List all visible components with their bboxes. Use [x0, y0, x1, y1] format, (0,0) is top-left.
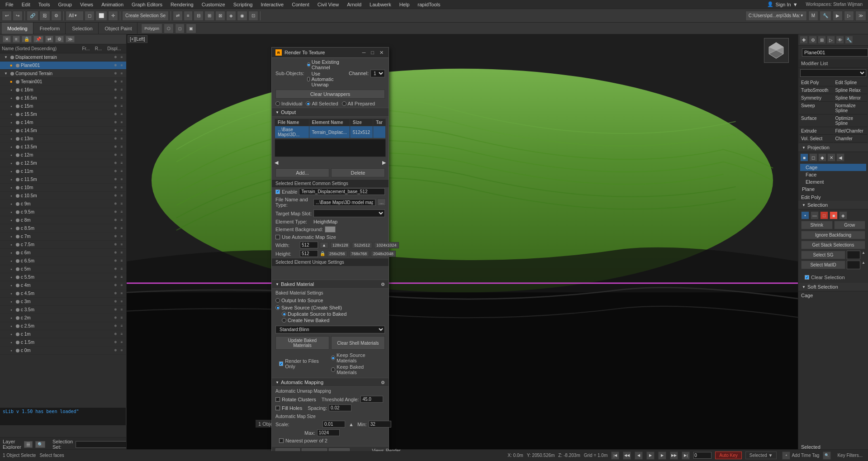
layer-action-icon[interactable]: ❄	[113, 250, 118, 256]
snap3-btn[interactable]: ◈	[226, 11, 236, 21]
layer-action-icon[interactable]: ≡	[119, 291, 124, 296]
layer-item[interactable]: ●c 2m❄≡	[0, 314, 126, 322]
layer-action-icon[interactable]: ≡	[119, 177, 124, 182]
layer-item[interactable]: ●c 15m❄≡	[0, 102, 126, 110]
shrink-btn[interactable]: Shrink	[801, 221, 833, 229]
layer-action-icon[interactable]: ≡	[119, 315, 124, 321]
w-preset-2[interactable]: 512x512	[352, 242, 372, 248]
snap-btn[interactable]: ⊞	[204, 11, 214, 21]
layer-item[interactable]: ●c 9m❄≡	[0, 200, 126, 208]
width-input[interactable]	[300, 242, 318, 248]
layer-visibility-icon[interactable]	[14, 339, 21, 346]
max-input[interactable]	[317, 429, 340, 436]
save-source-radio[interactable]: Save Source (Create Shell)	[275, 305, 342, 310]
layer-item[interactable]: ●c 3m❄≡	[0, 298, 126, 306]
rotate-clusters-check[interactable]: ✓	[275, 397, 280, 402]
soft-selection-header[interactable]: ▼ Soft Selection	[798, 283, 868, 291]
update-baked-btn[interactable]: Update Baked Materials	[275, 336, 329, 350]
unlink-btn[interactable]: ⛓	[39, 11, 50, 21]
layer-action-icon[interactable]: ≡	[119, 201, 124, 207]
use-existing-channel-radio[interactable]: Use Existing Channel	[307, 59, 342, 70]
menu-group[interactable]: Group	[54, 1, 76, 8]
layer-action-icon[interactable]: ❄	[113, 161, 118, 166]
delete-btn[interactable]: Delete	[331, 168, 385, 177]
layer-action-icon[interactable]: ❄	[113, 136, 118, 142]
layer-item[interactable]: ■Plane001❄≡	[0, 62, 126, 70]
keep-source-radio[interactable]: Keep Source Materials	[331, 352, 381, 363]
rp-icon-hierarchy[interactable]: ⊞	[818, 36, 826, 44]
close-btn[interactable]: Close	[329, 448, 350, 451]
rp-icon-display[interactable]: 👁	[836, 36, 844, 44]
baked-material-header[interactable]: ▼ Baked Material ⚙	[272, 280, 389, 289]
panel-expand-btn[interactable]: ⇄	[45, 36, 53, 43]
render-setup-btn[interactable]: 🔧	[820, 11, 831, 21]
layer-visibility-icon[interactable]	[14, 152, 21, 158]
modifier-item[interactable]: Edit Spline	[834, 79, 868, 86]
link-btn[interactable]: 🔗	[27, 11, 38, 21]
tl-first-btn[interactable]: |◀	[611, 451, 619, 460]
layer-action-icon[interactable]: ❄	[113, 201, 118, 207]
layer-visibility-icon[interactable]	[9, 71, 15, 77]
layer-action-icon[interactable]: ≡	[119, 242, 124, 247]
layer-action-icon[interactable]: ❄	[113, 218, 118, 223]
modifier-item[interactable]: Spline Relax	[834, 87, 868, 94]
layer-action-icon[interactable]: ❄	[113, 258, 118, 264]
matid-value-input[interactable]	[847, 261, 860, 269]
browse-btn[interactable]: ...	[377, 199, 386, 206]
spacing-input[interactable]	[329, 404, 351, 411]
scroll-left-btn[interactable]: ◀	[275, 160, 278, 166]
table-row[interactable]: ...\Base Maps\3D...Terrain_Displac...512…	[275, 126, 386, 138]
render-frame-btn[interactable]: ▶	[833, 11, 843, 21]
layer-action-icon[interactable]: ❄	[113, 112, 118, 117]
layer-visibility-icon[interactable]	[14, 62, 21, 69]
layer-action-icon[interactable]: ❄	[113, 332, 118, 337]
proj-item-face[interactable]: Face	[800, 171, 866, 178]
layer-visibility-icon[interactable]	[14, 95, 21, 101]
tab-object-paint[interactable]: Object Paint	[100, 23, 138, 34]
panel-lock-btn[interactable]: 🔒	[22, 36, 32, 43]
layer-visibility-icon[interactable]	[14, 225, 21, 232]
menu-scripting[interactable]: Scripting	[230, 1, 256, 8]
layer-action-icon[interactable]: ≡	[119, 226, 124, 231]
modifier-item[interactable]: Extrude	[799, 128, 833, 135]
layer-visibility-icon[interactable]	[14, 250, 21, 256]
layer-visibility-icon[interactable]	[14, 217, 21, 223]
auto-mapping-header[interactable]: ▼ Automatic Mapping ⚙	[272, 378, 389, 387]
select-btn[interactable]: ◻	[85, 11, 95, 21]
col-name-header[interactable]: Name (Sorted Descending)	[2, 46, 79, 51]
layer-visibility-icon[interactable]	[14, 266, 21, 272]
col-fr-header[interactable]: Fr...	[79, 46, 93, 51]
panel-pin-btn[interactable]: 📌	[33, 36, 43, 43]
proj-icon-1[interactable]: ■	[800, 153, 808, 162]
undo-btn[interactable]: ↩	[2, 11, 12, 21]
enable-checkbox[interactable]: ✓	[275, 190, 280, 194]
use-automatic-unwrap-radio[interactable]: Use Automatic Unwrap	[307, 71, 342, 87]
layer-action-icon[interactable]: ≡	[119, 299, 124, 304]
render-btn[interactable]: Render	[275, 448, 300, 451]
layer-visibility-icon[interactable]	[14, 103, 21, 109]
menu-edit[interactable]: Edit	[18, 1, 34, 8]
menu-civil-view[interactable]: Civil View	[314, 1, 342, 8]
layer-visibility-icon[interactable]	[14, 119, 21, 126]
enable-input[interactable]	[299, 188, 385, 195]
modifier-item[interactable]: Fillet/Chamfer	[834, 128, 868, 135]
target-map-dropdown[interactable]	[313, 209, 385, 217]
layer-action-icon[interactable]: ❄	[113, 315, 118, 321]
layer-item[interactable]: ■Terrain001❄≡	[0, 78, 126, 86]
layer-item[interactable]: ●c 5m❄≡	[0, 265, 126, 273]
auto-map-size-checkbox[interactable]	[275, 235, 280, 239]
align-btn[interactable]: ≡	[184, 11, 193, 21]
rp-icon-modify[interactable]: ⚙	[809, 36, 817, 44]
layer-explorer-icon1[interactable]: ☰	[24, 441, 33, 448]
layer-action-icon[interactable]: ≡	[119, 169, 124, 174]
tab-selection[interactable]: Selection	[66, 23, 98, 34]
output-into-source-radio[interactable]: Output Into Source	[275, 298, 323, 303]
lock-icon[interactable]: 🔒	[320, 251, 325, 256]
modifier-item[interactable]: Vol. Select	[799, 135, 833, 143]
layer-visibility-icon[interactable]	[14, 209, 21, 215]
proj-item-plane[interactable]: Plane	[800, 185, 866, 193]
sel-set-input[interactable]	[76, 441, 127, 448]
layer-action-icon[interactable]: ❄	[113, 95, 118, 101]
up-btn-w[interactable]: ▲	[320, 242, 328, 248]
dialog-minimize-btn[interactable]: ─	[361, 50, 367, 55]
